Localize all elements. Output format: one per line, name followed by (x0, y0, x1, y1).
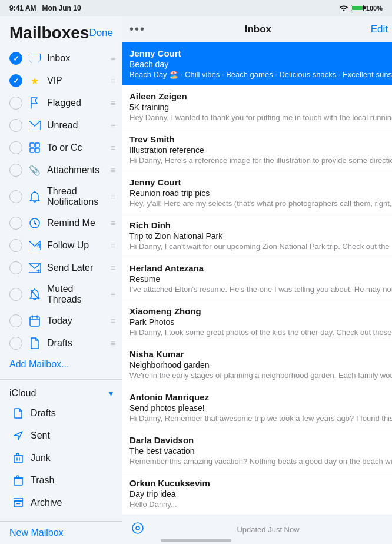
icloud-drafts-label: Drafts (31, 408, 113, 419)
sidebar-item-send-later[interactable]: Send Later ≡ (0, 257, 122, 279)
bottom-left (132, 522, 144, 537)
email-item[interactable]: Trev Smith 5/3/24 Illustration reference… (122, 128, 392, 171)
email-item[interactable]: Herland Antezana 4/28/24 Resume 📎 I've a… (122, 257, 392, 300)
email-subject: Neighborhood garden (129, 360, 209, 370)
email-subject: Send photos please! (129, 403, 205, 413)
sidebar-item-vip[interactable]: ★ VIP ≡ (0, 69, 122, 92)
email-item[interactable]: Jenny Court 5/2/24 Reunion road trip pic… (122, 171, 392, 214)
vip-check (9, 74, 22, 87)
email-subject: Reunion road trip pics (129, 188, 210, 198)
vip-drag: ≡ (111, 76, 115, 85)
icloud-archive[interactable]: Archive (9, 492, 113, 514)
svg-rect-0 (30, 143, 34, 147)
email-item[interactable]: Xiaomeng Zhong 4/27/24 Park Photos 📎 Hi … (122, 300, 392, 343)
app-container: Mailboxes Done Inbox ≡ ★ VIP ≡ (0, 16, 392, 544)
email-preview: Hi Danny, Here's a reference image for t… (129, 156, 392, 165)
sendlater-check (9, 261, 22, 274)
email-item[interactable]: Nisha Kumar 4/27/24 Neighborhood garden … (122, 343, 392, 386)
email-item[interactable]: Darla Davidson 4/17/24 The best vacation… (122, 429, 392, 472)
email-subject: Day trip idea (129, 489, 176, 499)
sidebar-item-remind-me[interactable]: Remind Me ≡ (0, 212, 122, 234)
email-subject: Park Photos (129, 317, 174, 327)
attachments-label: Attachments (47, 165, 108, 175)
edit-button[interactable]: Edit (371, 24, 388, 35)
drafts-label: Drafts (47, 338, 108, 349)
vip-icon: ★ (28, 74, 41, 87)
battery-percent: 100% (366, 5, 383, 12)
svg-rect-2 (30, 148, 34, 152)
icloud-drafts[interactable]: Drafts (9, 402, 113, 424)
vip-label: VIP (47, 75, 108, 86)
drafts-drag: ≡ (111, 339, 115, 348)
filter-icon[interactable] (132, 522, 144, 537)
status-right: 100% (339, 4, 383, 12)
sidebar-header: Mailboxes Done (0, 16, 122, 47)
sidebar-item-drafts[interactable]: Drafts ≡ (0, 332, 122, 354)
remind-icon (28, 217, 41, 230)
icloud-drafts-icon (12, 407, 25, 420)
to-cc-check (9, 141, 22, 154)
sidebar-item-attachments[interactable]: 📎 Attachments ≡ (0, 159, 122, 181)
inbox-toolbar: ••• Inbox Edit (122, 16, 392, 42)
unread-label: Unread (47, 120, 108, 131)
drafts-icon (28, 337, 41, 350)
email-item[interactable]: Aileen Zeigen 5/4/24 5K training 📎 Hey D… (122, 85, 392, 128)
sidebar-title: Mailboxes (9, 24, 89, 42)
sidebar-item-today[interactable]: Today ≡ (0, 310, 122, 332)
icloud-trash[interactable]: Trash (9, 469, 113, 492)
icloud-sent-label: Sent (31, 430, 113, 441)
today-label: Today (47, 316, 108, 326)
icloud-header[interactable]: iCloud ▾ (9, 384, 113, 402)
add-mailbox-button[interactable]: Add Mailbox... (0, 354, 122, 377)
follow-drag: ≡ (111, 241, 115, 250)
email-subject: Trip to Zion National Park (129, 231, 222, 241)
email-preview: Hey, y'all! Here are my selects (that's … (129, 199, 392, 208)
to-cc-drag: ≡ (111, 143, 115, 152)
sidebar-item-flagged[interactable]: Flagged ≡ (0, 92, 122, 114)
email-subject: The best vacation (129, 446, 195, 456)
icloud-sent[interactable]: Sent (9, 424, 113, 447)
wifi-icon (339, 4, 348, 12)
new-mailbox-button[interactable]: New Mailbox (9, 528, 64, 538)
email-sender: Nisha Kumar (129, 349, 184, 359)
icloud-trash-icon (12, 474, 25, 487)
svg-point-16 (136, 526, 139, 530)
svg-rect-1 (35, 143, 39, 147)
inbox-title: Inbox (245, 24, 271, 35)
email-item[interactable]: Rich Dinh 4/28/24 Trip to Zion National … (122, 214, 392, 257)
icloud-junk[interactable]: Junk (9, 447, 113, 469)
toolbar-icons: Edit (371, 23, 392, 36)
sidebar-list: Inbox ≡ ★ VIP ≡ Flagged ≡ (0, 47, 122, 521)
svg-rect-7 (14, 456, 22, 463)
unread-check (9, 119, 22, 132)
sidebar-item-to-cc[interactable]: To or Cc ≡ (0, 137, 122, 159)
sidebar-item-inbox[interactable]: Inbox ≡ (0, 47, 122, 69)
email-preview: Remember this amazing vacation? Nothing … (129, 457, 392, 466)
email-item[interactable]: Jenny Court 5/5/24 Beach day 📎 Beach Day… (122, 42, 392, 85)
email-sender: Herland Antezana (129, 263, 204, 273)
attachments-drag: ≡ (111, 165, 115, 175)
follow-label: Follow Up (47, 240, 108, 251)
email-item[interactable]: Orkun Kucuksevim 4/15/24 Day trip idea H… (122, 472, 392, 515)
flagged-label: Flagged (47, 98, 108, 108)
sidebar-item-muted-threads[interactable]: Muted Threads ≡ (0, 279, 122, 310)
icloud-archive-icon (12, 496, 25, 509)
sidebar-item-unread[interactable]: Unread ≡ (0, 114, 122, 137)
email-sender: Jenny Court (129, 48, 181, 58)
icloud-label: iCloud (9, 388, 36, 399)
email-sender: Trev Smith (129, 134, 175, 144)
done-button[interactable]: Done (89, 27, 113, 39)
right-panel: ••• Inbox Edit Jenny Court 5/5/24 Beach … (122, 16, 392, 544)
more-dots-button[interactable]: ••• (129, 22, 145, 36)
email-list: Jenny Court 5/5/24 Beach day 📎 Beach Day… (122, 42, 392, 515)
svg-rect-6 (30, 317, 39, 326)
thread-notif-label: Thread Notifications (47, 186, 108, 207)
follow-check (9, 239, 22, 252)
sidebar-item-thread-notifications[interactable]: Thread Notifications ≡ (0, 181, 122, 212)
sidebar-item-follow-up[interactable]: Follow Up ≡ (0, 234, 122, 257)
flagged-drag: ≡ (111, 98, 115, 108)
sendlater-label: Send Later (47, 263, 108, 273)
sidebar-bottom: New Mailbox (0, 521, 122, 544)
email-item[interactable]: Antonio Manriquez 4/22/24 Send photos pl… (122, 386, 392, 429)
icloud-junk-label: Junk (31, 453, 113, 463)
